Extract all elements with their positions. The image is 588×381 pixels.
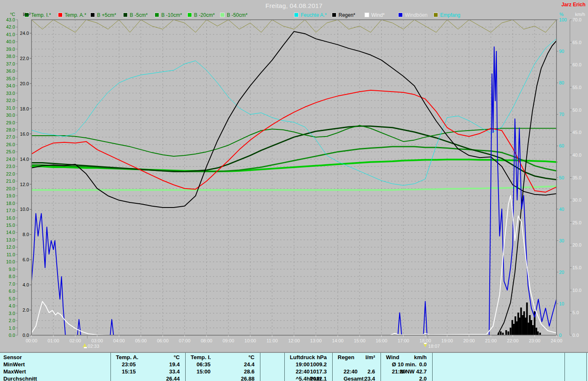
temp-axis-label: 22.0 (6, 171, 15, 176)
x-axis-label: 15:00 (354, 338, 365, 343)
stat-row: 22:402.6 (338, 368, 375, 375)
stat-section-temp-a: Temp. A.°C23:0519.415:1533.426.44 (113, 353, 183, 381)
temp-axis-label: 30.0 (6, 113, 15, 118)
stat-value: 24.4 (244, 361, 255, 368)
temp-axis-label: 37.0 (6, 61, 15, 66)
wind-axis-label: 30.0 (572, 197, 581, 202)
x-axis-label: 05:00 (135, 338, 147, 343)
temp-axis-label: 14.0 (6, 230, 15, 235)
x-axis-label: 08:00 (201, 338, 213, 343)
temp-axis-label: 24.0 (6, 157, 15, 162)
wind-axis-label: 60.0 (572, 62, 581, 67)
temp-axis-label: 9.0 (9, 267, 15, 272)
humidity-axis-label: 10 (559, 301, 564, 306)
temp-axis-label: 29.0 (6, 120, 15, 125)
x-axis-label: 18:00 (420, 338, 431, 343)
rain-bar (516, 321, 517, 335)
x-axis-label: 04:00 (113, 338, 125, 343)
temp-axis-label: 43.0 (6, 17, 15, 22)
stat-row: 15:0028.6 (191, 368, 255, 375)
stat-row: 26.44 (116, 375, 180, 381)
stat-row-label: MinWert (3, 361, 25, 368)
axis-title-humidity: % (559, 12, 564, 17)
stat-row-label: Durchschnitt (3, 375, 37, 381)
temp-axis-label: 3.0 (9, 311, 15, 316)
humidity-axis-label: 70 (559, 112, 564, 117)
temp-axis-label: 23.0 (6, 164, 15, 169)
rain-axis-label: 6.0 (23, 257, 29, 262)
stat-row: ^5.4hPa/h1012.1 (290, 375, 327, 381)
marker-time-label: 18:07 (428, 344, 440, 349)
temp-axis-label: 8.0 (9, 274, 15, 279)
temp-axis-label: 21.0 (6, 179, 15, 184)
stat-row: 26.88 (191, 375, 255, 381)
stat-section-title: Temp. I. (191, 354, 211, 361)
rain-bar (522, 315, 523, 335)
rain-bar (530, 320, 532, 335)
stat-time: Ø 10 min. (392, 361, 417, 368)
rain-bar (510, 328, 512, 335)
humidity-axis-label: 40 (559, 207, 564, 212)
stat-row: 19:001009.2 (290, 361, 327, 368)
rain-axis-label: 12.0 (20, 182, 29, 187)
x-axis-label: 20:00 (463, 338, 475, 343)
stat-value: 2.0 (419, 375, 427, 381)
x-axis-label: 16:00 (376, 338, 388, 343)
rain-bar (526, 302, 528, 335)
axis-title-wind: km/h (575, 12, 585, 17)
wind-axis-label: 25.0 (572, 220, 581, 225)
stat-section-unit: l/m² (365, 354, 375, 361)
rain-bar (537, 331, 539, 335)
stat-time: 22:40 (296, 368, 310, 375)
rain-axis-label: 22.0 (20, 56, 29, 61)
humidity-axis-label: 50 (559, 175, 564, 180)
rain-bar (505, 330, 507, 335)
stat-value: N-NW 42.7 (400, 368, 427, 375)
marker-time-label: 02:33 (88, 344, 100, 349)
x-axis-label: 10:00 (244, 338, 256, 343)
stat-time: Gesamt: (344, 375, 365, 381)
stat-section-title: Wind (386, 354, 399, 361)
rain-bar (517, 313, 519, 335)
temp-axis-label: 6.0 (9, 289, 15, 294)
table-divider (586, 353, 587, 381)
rain-axis-label: 0.0 (23, 333, 29, 338)
temp-axis-label: 18.0 (6, 201, 15, 206)
temp-axis-label: 38.0 (6, 54, 15, 59)
x-axis-label: 00:00 (26, 338, 37, 343)
temp-axis-label: 15.0 (6, 223, 15, 228)
stat-value: 33.4 (169, 368, 180, 375)
wind-axis-label: 0.0 (572, 333, 579, 338)
temp-axis-label: 7.0 (9, 281, 15, 286)
table-divider (110, 353, 111, 381)
stat-value: 1012.1 (310, 375, 327, 381)
rain-axis-label: 2.0 (23, 307, 29, 313)
temp-axis-label: 13.0 (6, 237, 15, 242)
humidity-axis-label: 30 (559, 238, 564, 243)
stat-time: 06:35 (197, 361, 210, 368)
stat-row: 15:1533.4 (116, 368, 180, 375)
temp-axis-label: 36.0 (6, 68, 15, 74)
axis-title-rain: l/m² (23, 12, 31, 17)
stat-value: 26.88 (241, 375, 255, 381)
temp-axis-label: 11.0 (6, 252, 15, 257)
temp-axis-label: 26.0 (6, 142, 15, 147)
stat-section-wind: Windkm/hØ 10 min.0.021:20N-NW 42.72.0 (383, 353, 430, 381)
rain-axis-label: 18.0 (20, 106, 29, 111)
rain-bar (536, 328, 537, 335)
rain-bar (500, 331, 501, 335)
x-axis-label: 19:00 (441, 338, 453, 343)
stat-section-unit: °C (173, 354, 180, 361)
x-axis-label: 06:00 (157, 338, 169, 343)
stat-value: 28.6 (244, 368, 255, 375)
rain-bar (529, 315, 531, 335)
wind-axis-label: 40.0 (572, 152, 581, 158)
stat-row: 23:0519.4 (116, 361, 180, 368)
stat-time: 19:00 (296, 361, 310, 368)
temp-axis-label: 1.0 (9, 326, 15, 331)
temp-axis-label: 32.0 (6, 98, 15, 103)
rain-bar (507, 331, 509, 335)
wind-axis-label: 10.0 (572, 288, 581, 293)
stat-time: 23:05 (122, 361, 136, 368)
stat-value: 0.0 (419, 361, 427, 368)
